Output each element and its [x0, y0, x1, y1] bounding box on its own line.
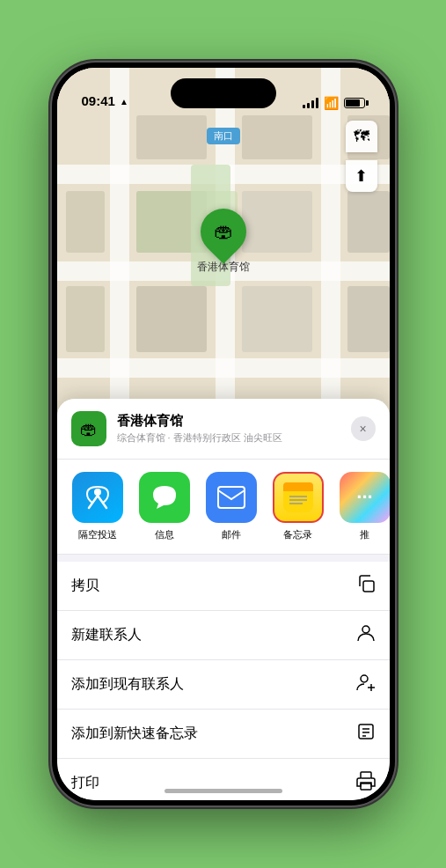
- messages-label: 信息: [155, 528, 174, 541]
- mail-label: 邮件: [222, 528, 241, 541]
- new-contact-icon: [356, 623, 376, 647]
- location-arrow-icon: ▲: [120, 97, 128, 107]
- action-new-contact[interactable]: 新建联系人: [57, 611, 390, 660]
- svg-rect-15: [242, 286, 312, 352]
- more-icon: ···: [340, 472, 390, 523]
- svg-rect-4: [110, 68, 129, 455]
- print-label: 打印: [71, 774, 99, 792]
- pin-icon: 🏟: [214, 220, 233, 243]
- print-icon: [356, 771, 376, 795]
- svg-rect-16: [347, 286, 390, 352]
- mail-icon: [206, 472, 257, 523]
- svg-rect-21: [218, 487, 245, 508]
- share-airdrop[interactable]: 隔空投送: [71, 472, 124, 541]
- svg-rect-11: [242, 191, 312, 253]
- add-existing-label: 添加到现有联系人: [71, 675, 184, 694]
- svg-rect-7: [136, 115, 207, 159]
- map-area: 南口 🗺 ⬆ 🏟 香港体育馆: [57, 68, 390, 455]
- svg-rect-6: [321, 68, 340, 455]
- pin-circle: 🏟: [191, 199, 256, 264]
- phone-frame: 09:41 ▲ 📶: [52, 63, 395, 805]
- notes-label: 备忘录: [283, 528, 312, 541]
- close-icon: ×: [359, 422, 366, 436]
- new-contact-label: 新建联系人: [71, 626, 142, 644]
- home-indicator: [165, 789, 282, 793]
- venue-description: 综合体育馆 · 香港特别行政区 油尖旺区: [117, 431, 282, 445]
- copy-label: 拷贝: [71, 577, 99, 595]
- svg-rect-13: [66, 191, 105, 253]
- share-more[interactable]: ··· 推: [339, 472, 390, 541]
- venue-card: 🏟 香港体育馆 综合体育馆 · 香港特别行政区 油尖旺区 ×: [57, 399, 390, 460]
- airdrop-label: 隔空投送: [78, 528, 117, 541]
- battery-icon: [344, 98, 365, 108]
- map-location-label: 南口: [207, 128, 240, 144]
- action-add-existing[interactable]: 添加到现有联系人: [57, 660, 390, 710]
- action-print[interactable]: 打印: [57, 759, 390, 800]
- svg-rect-37: [361, 772, 371, 778]
- signal-bars: [303, 98, 318, 108]
- location-button[interactable]: ⬆: [346, 160, 377, 192]
- share-mail[interactable]: 邮件: [205, 472, 258, 541]
- share-notes[interactable]: 备忘录: [272, 472, 325, 541]
- venue-info: 🏟 香港体育馆 综合体育馆 · 香港特别行政区 油尖旺区: [71, 411, 282, 446]
- wifi-icon: 📶: [324, 96, 339, 110]
- status-time: 09:41: [82, 93, 115, 110]
- more-label: 推: [360, 528, 369, 541]
- svg-rect-14: [136, 286, 207, 352]
- svg-rect-12: [347, 191, 390, 253]
- venue-name: 香港体育馆: [117, 413, 282, 430]
- svg-rect-38: [361, 783, 371, 790]
- map-controls[interactable]: 🗺 ⬆: [346, 121, 377, 192]
- add-notes-icon: [356, 722, 376, 746]
- action-copy[interactable]: 拷贝: [57, 562, 390, 611]
- svg-rect-8: [242, 115, 312, 159]
- svg-rect-24: [283, 488, 313, 491]
- action-list: 拷贝 新建联系人: [57, 562, 390, 800]
- svg-point-30: [361, 675, 368, 682]
- add-existing-icon: [356, 673, 376, 696]
- notes-app-icon: [273, 472, 324, 523]
- svg-rect-17: [66, 286, 105, 352]
- map-type-button[interactable]: 🗺: [346, 121, 377, 152]
- copy-icon: [356, 574, 376, 598]
- share-row: 隔空投送 信息: [57, 460, 390, 555]
- close-button[interactable]: ×: [351, 416, 376, 441]
- status-icons: 📶: [303, 96, 365, 110]
- action-add-notes[interactable]: 添加到新快速备忘录: [57, 710, 390, 759]
- phone-screen: 09:41 ▲ 📶: [57, 68, 390, 800]
- messages-icon: [139, 472, 190, 523]
- share-messages[interactable]: 信息: [138, 472, 191, 541]
- dynamic-island: [171, 78, 276, 108]
- venue-text: 香港体育馆 综合体育馆 · 香港特别行政区 油尖旺区: [117, 413, 282, 445]
- svg-rect-28: [363, 581, 374, 592]
- bottom-sheet: 🏟 香港体育馆 综合体育馆 · 香港特别行政区 油尖旺区 ×: [57, 399, 390, 800]
- svg-point-29: [362, 626, 369, 633]
- add-notes-label: 添加到新快速备忘录: [71, 725, 198, 743]
- stadium-pin: 🏟 香港体育馆: [197, 209, 250, 275]
- venue-icon: 🏟: [71, 411, 106, 446]
- airdrop-icon: [72, 472, 123, 523]
